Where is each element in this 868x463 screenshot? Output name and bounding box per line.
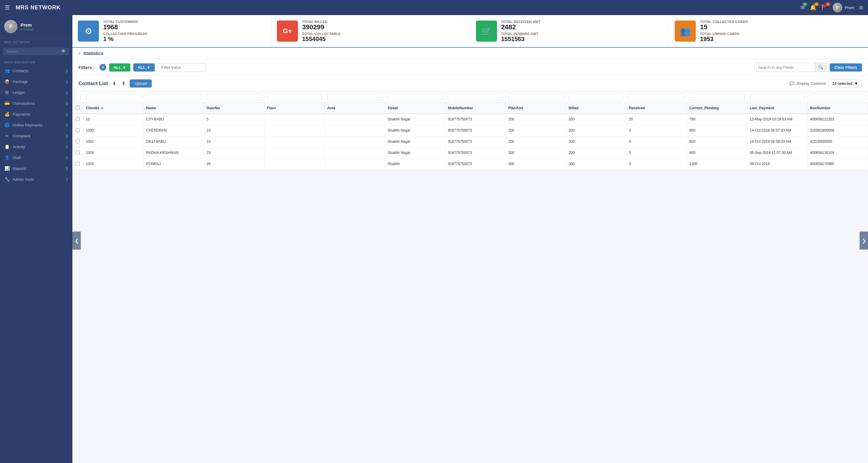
th-lastpayment[interactable]: Last_Payment (747, 103, 807, 114)
cell-name: PONRAJ (144, 159, 204, 170)
mail-badge: 4 (803, 2, 807, 6)
cell-clientid: 10 (83, 114, 144, 125)
sort-icon-clientid: ⇅ (101, 107, 103, 110)
filter-input-name[interactable] (146, 93, 202, 100)
filter-input-boxnumber[interactable] (810, 93, 865, 100)
cell-received: 0 (626, 125, 687, 137)
filter-input-received[interactable] (629, 93, 684, 100)
filter-input-lastpayment[interactable] (750, 93, 805, 100)
th-clientid[interactable]: ClientId ⇅ (83, 103, 144, 114)
filter-input-billed[interactable] (568, 93, 624, 100)
filter-input-street[interactable] (388, 93, 443, 100)
clear-filters-button[interactable]: Clear Filters (830, 63, 862, 71)
stat-sub-label-billed: TOTAL COLLECTABLE (302, 32, 341, 36)
filter-input-planamt[interactable] (508, 93, 563, 100)
stat-sub-value-received: 1551563 (501, 36, 540, 42)
stat-value-received: 2482 (501, 24, 540, 31)
stat-icon-received: 🛒 (476, 21, 497, 42)
sidebar-item-activity[interactable]: 📋 Activity ❯ (0, 141, 72, 152)
sidebar-item-contacts[interactable]: 👥 Contacts ❯ (0, 65, 72, 76)
cell-mobile: 918778750073 (445, 125, 506, 137)
row-checkbox[interactable] (76, 140, 80, 143)
row-checkbox[interactable] (76, 162, 80, 166)
filters-badge: 0 (99, 64, 106, 70)
sidebar-item-online-payments[interactable]: 🌐 Online Payments ❯ (0, 119, 72, 131)
arrow-icon: ❯ (65, 69, 68, 73)
filter-input-pending[interactable] (689, 93, 745, 100)
stat-icon-billed: G+ (277, 21, 298, 42)
cell-planamt: 200 (506, 137, 566, 148)
selected-dropdown[interactable]: 14 selected ▼ (829, 79, 862, 88)
cell-doorno: 26 (204, 159, 264, 170)
filter-input-floor[interactable] (267, 93, 322, 100)
cell-floor (264, 125, 324, 137)
settings-icon[interactable]: ⚙ (859, 5, 863, 10)
arrow-icon: ❯ (65, 145, 68, 149)
th-planamt[interactable]: PlanAmt (506, 103, 566, 114)
flag-icon-btn[interactable]: 🚩 9 (821, 4, 828, 11)
cell-floor (264, 148, 324, 159)
select-all-checkbox[interactable] (76, 106, 80, 110)
statistics-section[interactable]: + Statistics (72, 48, 868, 59)
sidebar-item-reports[interactable]: 📊 Reports ❯ (0, 163, 72, 174)
filter-all-btn-2[interactable]: ALL ▼ (133, 63, 154, 71)
contacts-icon: 👥 (4, 68, 10, 73)
cell-doorno: 5 (204, 114, 264, 125)
sidebar-item-payments[interactable]: 💰 Payments ❯ (0, 109, 72, 119)
filter-input-checkbox[interactable] (75, 93, 81, 100)
filter-all-btn-1[interactable]: ALL ▼ (109, 63, 130, 71)
table-header-row: ClientId ⇅ Name DoorNo Floor Area Street… (72, 103, 868, 114)
stat-cards: ⚙ TOTAL CUSTOMERS 1968 COLLECTION PROGRE… (72, 15, 868, 48)
scroll-right-arrow[interactable]: ❯ (860, 231, 868, 250)
row-checkbox[interactable] (76, 117, 80, 121)
row-checkbox[interactable] (76, 128, 80, 132)
sidebar-item-label: Package (13, 79, 65, 84)
arrow-icon: ❯ (65, 123, 68, 127)
sidebar-item-complaint[interactable]: ✏ Complaint ❯ (0, 131, 72, 141)
display-columns-label: Display Columns (797, 81, 826, 86)
sidebar-item-package[interactable]: 📦 Package ❯ (0, 76, 72, 87)
sidebar-item-admin-tools[interactable]: 🔧 Admin Tools ❯ (0, 174, 72, 185)
th-mobile[interactable]: MobileNumber (445, 103, 506, 114)
th-doorno[interactable]: DoorNo (204, 103, 264, 114)
th-floor[interactable]: Floor (264, 103, 324, 114)
cell-pending: 780 (687, 114, 747, 125)
sidebar-item-staff[interactable]: 👤 Staff ❯ (0, 152, 72, 163)
menu-icon[interactable]: ☰ (5, 4, 10, 11)
sidebar-app-name: MRS NETWORK (0, 38, 72, 45)
cell-doorno: 23 (204, 137, 264, 148)
cell-area (324, 125, 385, 137)
scroll-left-arrow[interactable]: ❮ (72, 231, 81, 250)
navbar-user[interactable]: P Prem (833, 3, 854, 12)
th-name[interactable]: Name (144, 103, 204, 114)
upload-button[interactable]: Upload (130, 79, 152, 88)
th-area[interactable]: Area (324, 103, 385, 114)
sidebar-search-input[interactable] (6, 50, 62, 54)
filter-value-input[interactable] (158, 63, 206, 72)
th-boxnumber[interactable]: BoxNumber (807, 103, 868, 114)
th-billed[interactable]: Billed (566, 103, 626, 114)
th-received[interactable]: Received (626, 103, 687, 114)
sidebar-item-ledger[interactable]: ⊞ Ledger ❯ (0, 87, 72, 98)
sidebar-status: Online (21, 27, 33, 31)
filter-input-mobile[interactable] (448, 93, 503, 100)
upload-icon-btn-header[interactable]: ⬆ (120, 79, 127, 88)
sidebar-item-transactions[interactable]: 💳 Transactions ❯ (0, 98, 72, 109)
cell-area (324, 114, 385, 125)
filter-input-clientid[interactable] (86, 93, 141, 100)
arrow-icon: ❯ (65, 167, 68, 171)
download-icon-btn[interactable]: ⬇ (111, 79, 117, 88)
stat-card-cards: 👥 TOTAL COLLECTED CARDS 15 TOTAL UNPAID … (669, 15, 868, 47)
mail-icon-btn[interactable]: ✉ 4 (801, 4, 805, 11)
filter-input-doorno[interactable] (207, 93, 262, 100)
stat-card-received: 🛒 TOTAL RECEIVED AMT 2482 TOTAL PENDING … (470, 15, 670, 47)
row-checkbox[interactable] (76, 151, 80, 154)
search-field-button[interactable]: 🔍 (815, 63, 826, 71)
stat-card-customers: ⚙ TOTAL CUSTOMERS 1968 COLLECTION PROGRE… (72, 15, 272, 47)
th-pending[interactable]: Current_Pending (687, 103, 747, 114)
search-any-field-input[interactable] (754, 63, 815, 71)
filter-input-area[interactable] (327, 93, 382, 100)
th-street[interactable]: Street (385, 103, 445, 114)
contact-table: ClientId ⇅ Name DoorNo Floor Area Street… (72, 91, 868, 170)
bell-icon-btn[interactable]: 🔔 2 (810, 4, 816, 11)
